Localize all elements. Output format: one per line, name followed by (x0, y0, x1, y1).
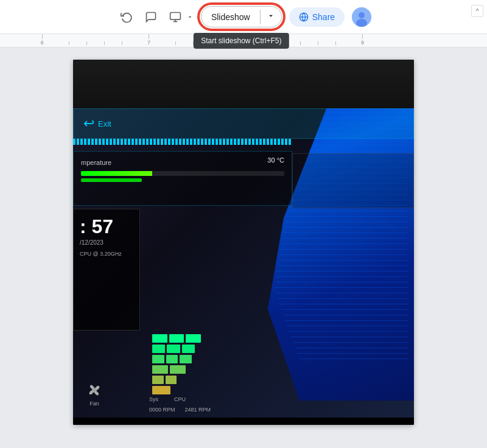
ruler-mark-small-12 (327, 41, 345, 47)
monitor-bezel-top (73, 60, 414, 108)
ruler-mark-small-5 (167, 41, 184, 47)
monitor-bezel-bottom (73, 418, 414, 425)
slideshow-button[interactable]: Slideshow (201, 7, 260, 27)
exit-icon: ↩ (83, 116, 94, 131)
ruler-line-9 (362, 34, 363, 39)
fan-icon (85, 381, 103, 399)
ruler-mark-7: 7 (131, 34, 166, 47)
cpu-segment (186, 334, 201, 343)
rpm-values: 0000 RPM 2481 RPM (149, 407, 211, 413)
dropdown-arrow-icon (267, 12, 275, 20)
exit-bar: ↩ Exit (73, 108, 414, 139)
ruler-mark-small-7 (202, 41, 220, 47)
second-panel (292, 153, 414, 208)
ruler-line-7 (149, 34, 149, 39)
ruler-mark-small-8 (220, 41, 238, 47)
present-button[interactable] (164, 6, 186, 28)
clock-cpu: CPU @ 3.20GHz (80, 251, 133, 257)
comment-button[interactable] (140, 6, 162, 28)
temperature-value: 30 °C (267, 156, 284, 164)
ruler-tick (175, 41, 176, 45)
share-label: Share (312, 12, 335, 22)
avatar[interactable] (352, 7, 371, 27)
cpu-bar-row-2 (152, 345, 195, 353)
ruler-line-8 (256, 34, 256, 39)
avatar-image (352, 7, 371, 27)
cpu-segment (152, 334, 167, 343)
ruler-mark-9: 9 (345, 34, 380, 47)
temperature-label: mperature (81, 159, 111, 166)
ruler-inner: 6 7 8 9 (0, 34, 487, 47)
fan-container: Fan (85, 381, 103, 407)
ruler-mark-small-10 (291, 41, 309, 47)
ruler-mark-small-2 (78, 41, 96, 47)
cpu-segment (152, 355, 164, 363)
ruler-tick (335, 41, 336, 45)
cpu-segment (169, 334, 184, 343)
ruler: 6 7 8 9 (0, 34, 487, 47)
toolbar: Slideshow Start slideshow (Ctrl+F5) Shar… (0, 0, 487, 34)
temp-bar-2 (81, 178, 142, 182)
ruler-tick (211, 41, 211, 45)
rpm1-value: 0000 RPM (149, 407, 175, 413)
present-icon (169, 11, 181, 23)
collapse-button[interactable]: ^ (471, 5, 483, 17)
cpu-segment (152, 376, 164, 384)
fan-label: Fan (89, 401, 99, 407)
clock-panel: : 57 /12/2023 CPU @ 3.20GHz (73, 209, 140, 331)
cpu-bar-row-4 (152, 365, 186, 374)
share-button[interactable]: Share (289, 7, 345, 27)
ruler-mark-8: 8 (238, 34, 273, 47)
ruler-tick (122, 41, 122, 45)
svg-point-6 (359, 12, 365, 18)
temperature-panel: mperature 30 °C (73, 151, 292, 206)
cyan-bar (73, 139, 292, 145)
chevron-down-icon (186, 13, 194, 21)
ruler-mark-small-9 (273, 41, 291, 47)
cpu-segment (152, 365, 168, 374)
ruler-tick (318, 41, 318, 45)
cpu-segment (182, 345, 195, 353)
cpu-segment (166, 376, 177, 384)
ruler-label-6: 6 (41, 40, 44, 46)
ruler-tick (193, 41, 194, 45)
ruler-mark-small-3 (96, 41, 113, 47)
ruler-tick (86, 41, 87, 45)
temperature-fill (81, 171, 152, 176)
cpu-bar-row-3 (152, 355, 192, 363)
cpu-segment (170, 365, 186, 374)
canvas-area: ↩ Exit mperature 30 °C : 57 /12/2023 CPU… (0, 47, 487, 448)
ruler-tick (104, 41, 105, 45)
ruler-label-7: 7 (147, 40, 150, 46)
exit-label: Exit (98, 119, 111, 128)
share-icon (299, 12, 309, 22)
ruler-mark-small-11 (309, 41, 327, 47)
cpu-bar-row-5 (152, 376, 177, 384)
cpu-segment (180, 355, 192, 363)
ruler-tick (229, 41, 229, 45)
rpm2-value: 2481 RPM (185, 407, 211, 413)
ruler-label-9: 9 (361, 40, 364, 46)
slideshow-dropdown-button[interactable] (261, 7, 281, 27)
ruler-line-6 (42, 34, 43, 39)
slide-container: ↩ Exit mperature 30 °C : 57 /12/2023 CPU… (73, 60, 414, 425)
clock-time: : 57 (80, 215, 133, 238)
cpu-segment (167, 345, 180, 353)
cpu-segment (166, 355, 178, 363)
present-dropdown-button[interactable] (184, 6, 196, 28)
sys-label: Sys (149, 396, 158, 402)
ruler-label-8: 8 (254, 40, 258, 46)
temperature-bar (81, 171, 284, 176)
cpu-label: CPU (174, 396, 186, 402)
ruler-tick (282, 41, 282, 45)
history-icon (121, 11, 133, 23)
cpu-bar-row-6 (152, 386, 170, 394)
ruler-mark-6: 6 (24, 34, 60, 47)
ruler-mark-small-4 (113, 41, 131, 47)
sys-cpu-labels: Sys CPU (149, 396, 186, 402)
history-button[interactable] (116, 6, 138, 28)
ruler-tick (300, 41, 301, 45)
slideshow-wrapper: Slideshow Start slideshow (Ctrl+F5) (201, 6, 282, 27)
comment-icon (145, 11, 157, 23)
toolbar-icons (116, 6, 196, 28)
